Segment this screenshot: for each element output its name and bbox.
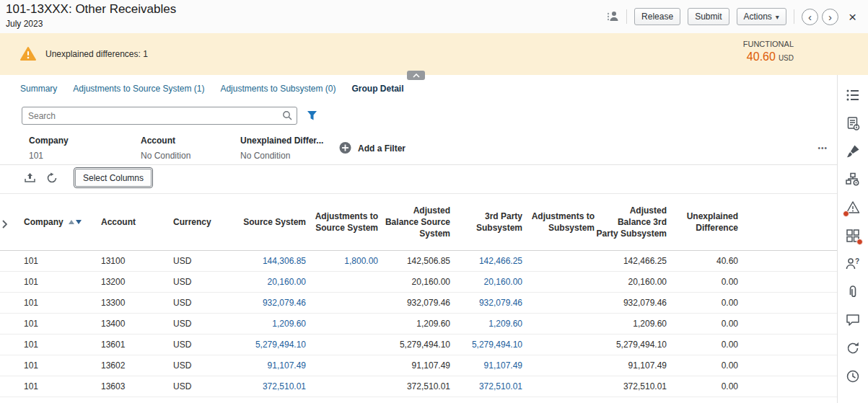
filter-bar: Company 101 Account No Condition Unexpla… (0, 131, 837, 165)
filter-chip-company[interactable]: Company 101 (29, 136, 69, 161)
source-system-link[interactable]: 5,279,494.10 (255, 340, 306, 350)
source-system-link[interactable]: 372,510.01 (263, 381, 306, 391)
title-bar: 101-13XXX: Other Receivables July 2023 R… (0, 0, 868, 33)
cell-adjustments-to-source-system (306, 313, 378, 334)
adjustments-source-link[interactable]: 1,800.00 (344, 256, 378, 266)
source-system-link[interactable]: 91,107.49 (268, 360, 306, 371)
table-row: 101 13100 USD 144,306.85 1,800.00 142,50… (0, 250, 837, 271)
tab-group-detail[interactable]: Group Detail (351, 84, 403, 94)
cell-source-system: 372,510.01 (231, 376, 306, 397)
subsystem-link[interactable]: 20,160.00 (484, 277, 522, 287)
header-row: Company Account Currency Source System A… (0, 194, 837, 250)
column-label: Company (24, 216, 63, 228)
column-header-currency[interactable]: Currency (173, 194, 231, 250)
subsystem-link[interactable]: 372,510.01 (479, 381, 522, 391)
refresh-icon[interactable] (46, 172, 58, 184)
table-row: 101 13300 USD 932,079.46 932,079.46 932,… (0, 292, 837, 313)
previous-button[interactable]: ‹ (802, 9, 818, 25)
submit-button[interactable]: Submit (688, 8, 729, 25)
tab-summary[interactable]: Summary (20, 84, 57, 94)
cell-currency: USD (173, 292, 231, 313)
release-button[interactable]: Release (634, 8, 680, 25)
search-input[interactable] (22, 107, 297, 125)
subsystem-link[interactable]: 142,466.25 (479, 256, 522, 266)
collaborators-icon[interactable] (606, 10, 619, 23)
tab-adjustments-source[interactable]: Adjustments to Source System (1) (73, 84, 204, 94)
chevron-up-icon (413, 74, 420, 78)
header-actions: Release Submit Actions▾ ‹ › × (606, 8, 856, 25)
instructions-icon[interactable] (845, 115, 861, 131)
warnings-icon[interactable] (845, 200, 861, 216)
tasks-tiles-icon[interactable] (845, 228, 861, 244)
sort-descending-icon[interactable] (76, 220, 82, 224)
cell-adjustments-to-source-system: 1,800.00 (306, 250, 378, 271)
workflow-hierarchy-icon[interactable] (845, 172, 861, 187)
comments-icon[interactable] (845, 312, 861, 328)
group-detail-table: Company Account Currency Source System A… (0, 194, 837, 397)
subsystem-link[interactable]: 932,079.46 (479, 298, 522, 308)
cell-unexplained-difference: 0.00 (667, 313, 738, 334)
tab-adjustments-subsystem[interactable]: Adjustments to Subsystem (0) (220, 84, 336, 94)
cell-currency: USD (173, 271, 231, 292)
source-system-link[interactable]: 20,160.00 (268, 277, 306, 287)
questions-icon[interactable]: ? (845, 256, 861, 272)
column-header-3rd-party-subsystem[interactable]: 3rd Party Subsystem (450, 194, 522, 250)
column-header-unexplained-difference[interactable]: Unexplained Difference (667, 194, 738, 250)
cell-adjusted-balance-3rd-party-subsystem: 1,209.60 (595, 313, 667, 334)
subsystem-link[interactable]: 1,209.60 (488, 319, 522, 329)
column-header-adjusted-balance-3rd-party-subsystem[interactable]: Adjusted Balance 3rd Party Subsystem (595, 194, 667, 250)
source-system-link[interactable]: 932,079.46 (263, 298, 306, 308)
reconciliation-window: 101-13XXX: Other Receivables July 2023 R… (0, 0, 868, 403)
cell-account: 13100 (101, 250, 173, 271)
add-filter-button[interactable]: Add a Filter (339, 142, 405, 154)
cell-adjustments-to-subsystem (522, 313, 595, 334)
column-header-source-system[interactable]: Source System (231, 194, 306, 250)
search-box (22, 107, 297, 125)
column-header-account[interactable]: Account (101, 194, 173, 250)
close-icon[interactable]: × (849, 10, 856, 24)
search-row (22, 107, 317, 125)
history-clock-icon[interactable] (845, 368, 861, 384)
actions-button[interactable]: Actions▾ (737, 8, 786, 25)
column-header-adjusted-balance-source-system[interactable]: Adjusted Balance Source System (378, 194, 450, 250)
warning-banner: Unexplained differences: 1 FUNCTIONAL 40… (0, 33, 868, 75)
collapse-banner-button[interactable] (407, 71, 425, 80)
warning-message-block: Unexplained differences: 1 (20, 33, 148, 75)
filter-funnel-icon[interactable] (307, 110, 317, 121)
attachments-icon[interactable] (845, 284, 861, 300)
select-columns-button[interactable]: Select Columns (75, 169, 152, 187)
sort-icons (69, 220, 82, 224)
filter-label: Unexplained Differ... (240, 136, 323, 146)
filter-chip-account[interactable]: Account No Condition (141, 136, 190, 161)
cell-company: 101 (0, 250, 101, 271)
prior-reconciliations-icon[interactable] (845, 340, 861, 356)
cell-source-system: 144,306.85 (231, 250, 306, 271)
cell-unexplained-difference: 0.00 (667, 271, 738, 292)
cell-source-system: 91,107.49 (231, 355, 306, 376)
separator (794, 9, 794, 24)
column-header-adjustments-to-subsystem[interactable]: Adjustments to Subsystem (522, 194, 595, 250)
warning-message: Unexplained differences: 1 (45, 49, 148, 59)
cell-adjustments-to-subsystem (522, 334, 595, 355)
export-icon[interactable] (24, 172, 36, 184)
cell-adjustments-to-subsystem (522, 250, 595, 271)
filter-value: No Condition (240, 151, 323, 161)
filler-cell (738, 292, 837, 313)
next-button[interactable]: › (822, 9, 838, 25)
subsystem-link[interactable]: 5,279,494.10 (472, 340, 522, 350)
format-brush-icon[interactable] (845, 143, 861, 159)
cell-currency: USD (173, 376, 231, 397)
filter-overflow-menu[interactable]: ••• (817, 144, 828, 152)
subsystem-link[interactable]: 91,107.49 (484, 360, 522, 371)
column-header-company[interactable]: Company (0, 194, 101, 250)
sort-ascending-icon[interactable] (69, 220, 74, 224)
source-system-link[interactable]: 144,306.85 (263, 256, 306, 266)
cell-adjustments-to-source-system (306, 292, 378, 313)
properties-list-icon[interactable] (845, 87, 861, 103)
source-system-link[interactable]: 1,209.60 (272, 319, 306, 329)
cell-adjusted-balance-3rd-party-subsystem: 91,107.49 (595, 355, 667, 376)
column-header-adjustments-to-source-system[interactable]: Adjustments to Source System (306, 194, 378, 250)
search-icon[interactable] (282, 110, 292, 123)
cell-company: 101 (0, 292, 101, 313)
filter-chip-unexplained-difference[interactable]: Unexplained Differ... No Condition (240, 136, 323, 161)
